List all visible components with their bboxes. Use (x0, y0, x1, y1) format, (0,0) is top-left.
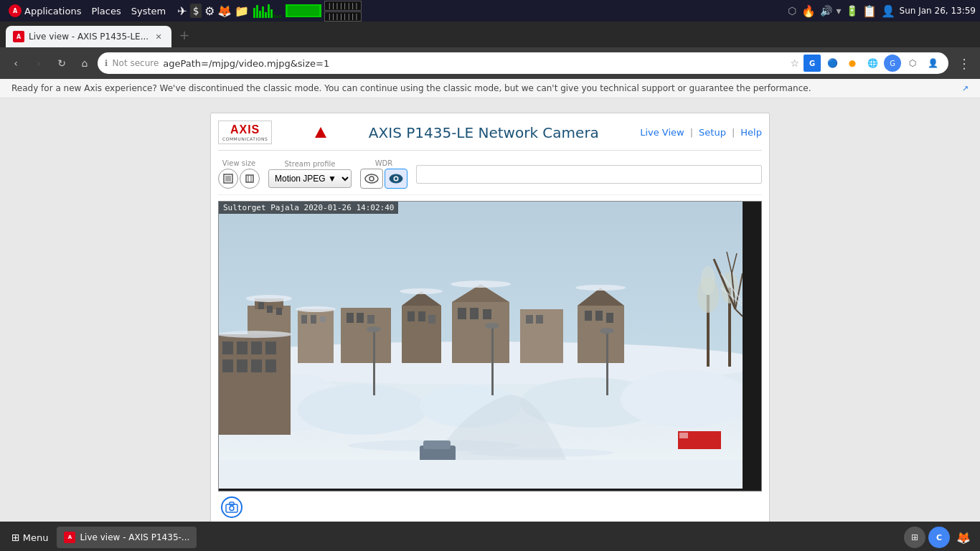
ext-icon-3[interactable]: ● (844, 55, 861, 72)
svg-rect-43 (606, 313, 613, 323)
places-menu[interactable]: Places (87, 4, 125, 18)
firefox-icon[interactable]: 🦊 (217, 4, 232, 18)
svg-rect-64 (251, 342, 262, 354)
taskbar-bottom: ⊞ Menu A Live view - AXIS P1435-... ⊞ C … (0, 524, 980, 551)
view-size-full-button[interactable] (240, 169, 260, 189)
svg-point-70 (219, 331, 292, 338)
telegram-icon[interactable]: ✈ (177, 4, 187, 18)
svg-rect-17 (267, 306, 273, 313)
taskbar-top: A Applications Places System ✈ $ ⚙ 🦊 📁 |… (0, 0, 980, 22)
svg-point-60 (600, 328, 614, 334)
axis-triangle-icon (314, 126, 328, 140)
svg-rect-92 (219, 460, 743, 489)
wifi-icon[interactable]: ▾ (837, 5, 842, 17)
svg-rect-25 (357, 313, 364, 323)
svg-rect-41 (585, 311, 592, 321)
view-scrollbar-area[interactable] (416, 165, 762, 184)
stream-profile-group: Stream profile Motion JPEG ▼ H.264 high … (268, 160, 352, 188)
stream-profile-label: Stream profile (268, 160, 352, 168)
wdr-on-button[interactable] (385, 169, 407, 189)
fit-icon (223, 174, 233, 184)
svg-point-58 (485, 323, 499, 329)
window-favicon: A (64, 532, 75, 543)
clipboard-icon[interactable]: 📋 (862, 4, 877, 18)
view-size-label: View size (218, 159, 260, 167)
user-icon[interactable]: 👤 (881, 4, 895, 18)
page-content: AXIS COMMUNICATIONS AXIS P1435-LE Networ… (0, 98, 980, 522)
address-bar[interactable]: ℹ Not secure agePath=/mjpg/video.mjpg&si… (98, 52, 948, 74)
action-bar (218, 491, 762, 522)
ext-icon-7[interactable]: 👤 (924, 55, 941, 72)
svg-rect-20 (301, 315, 307, 324)
window-title: Live view - AXIS P1435-... (80, 532, 189, 542)
bookmark-icon[interactable]: ☆ (790, 57, 799, 69)
back-button[interactable]: ‹ (6, 53, 26, 73)
svg-rect-85 (679, 433, 688, 438)
eye-outline-icon (364, 174, 379, 184)
tab-close-button[interactable]: ✕ (153, 31, 164, 42)
taskbar-chrome-icon[interactable]: C (928, 527, 950, 548)
stream-profile-select[interactable]: Motion JPEG ▼ H.264 high H.264 medium H.… (268, 169, 352, 188)
view-size-fit-button[interactable] (218, 169, 238, 189)
browser-menu-button[interactable]: ⋮ (954, 53, 974, 73)
help-link[interactable]: Help (740, 127, 762, 138)
eye-filled-icon (389, 174, 403, 184)
refresh-button[interactable]: ↻ (52, 53, 72, 73)
lock-icon: ℹ (105, 58, 108, 68)
applications-menu[interactable]: A Applications (4, 3, 85, 19)
browser-tab-bar: A Live view - AXIS P1435-LE... ✕ + (0, 22, 980, 47)
view-size-buttons (218, 169, 260, 189)
taskbar-window-axis[interactable]: A Live view - AXIS P1435-... (57, 527, 197, 548)
svg-rect-2 (225, 176, 231, 182)
svg-rect-3 (246, 175, 253, 182)
bottom-menu-button[interactable]: ⊞ Menu (6, 529, 54, 546)
live-view-link[interactable]: Live View (640, 127, 684, 138)
svg-rect-24 (347, 313, 354, 323)
new-tab-button[interactable]: + (174, 24, 194, 44)
setup-link[interactable]: Setup (699, 127, 726, 138)
svg-point-49 (575, 285, 626, 291)
system-menu[interactable]: System (127, 4, 170, 18)
places-label: Places (91, 6, 121, 17)
address-url[interactable]: agePath=/mjpg/video.mjpg&size=1 (163, 58, 786, 69)
settings-icon[interactable]: ⚙ (204, 4, 215, 18)
battery-icon[interactable]: 🔋 (846, 5, 858, 17)
ext-icon-5[interactable]: G (884, 55, 901, 72)
taskbar-files-icon[interactable]: ⊞ (904, 527, 925, 548)
svg-rect-26 (367, 315, 374, 324)
home-button[interactable]: ⌂ (75, 53, 95, 73)
ext-icon-1[interactable]: G (804, 55, 821, 72)
ext-icon-6[interactable]: ⬡ (904, 55, 921, 72)
svg-rect-69 (265, 359, 276, 372)
snapshot-button[interactable] (221, 496, 242, 518)
svg-marker-0 (315, 127, 326, 138)
volume-icon[interactable]: 🔊 (820, 5, 832, 17)
terminal-icon[interactable]: $ (190, 4, 202, 18)
bluetooth-icon[interactable]: ⬡ (788, 5, 796, 17)
forward-icon: › (37, 57, 41, 69)
tab-favicon: A (13, 31, 24, 42)
svg-rect-94 (230, 502, 234, 505)
svg-rect-55 (373, 331, 375, 395)
taskbar-firefox-icon[interactable]: 🦊 (953, 527, 974, 548)
svg-rect-33 (458, 308, 466, 319)
files-icon[interactable]: 📁 (235, 4, 249, 18)
video-area: Sultorget Pajala 2020-01-26 14:02:40 (218, 201, 762, 491)
svg-point-10 (395, 177, 397, 180)
svg-point-46 (296, 306, 336, 312)
svg-rect-29 (418, 311, 425, 321)
wdr-off-button[interactable] (360, 169, 383, 189)
external-link-icon[interactable]: ↗ (962, 84, 969, 93)
tab-title: Live view - AXIS P1435-LE... (29, 32, 149, 42)
browser-tab-active[interactable]: A Live view - AXIS P1435-LE... ✕ (6, 26, 171, 47)
svg-rect-34 (470, 308, 479, 319)
forward-button[interactable]: › (29, 53, 49, 73)
view-size-group: View size (218, 159, 260, 189)
flame-icon[interactable]: 🔥 (801, 4, 816, 18)
svg-rect-68 (251, 359, 262, 372)
ext-icon-4[interactable]: 🌐 (864, 55, 881, 72)
svg-rect-30 (428, 315, 435, 324)
ext-icon-2[interactable]: 🔵 (824, 55, 841, 72)
axis-logo: AXIS COMMUNICATIONS (218, 121, 272, 144)
svg-rect-89 (423, 441, 451, 449)
